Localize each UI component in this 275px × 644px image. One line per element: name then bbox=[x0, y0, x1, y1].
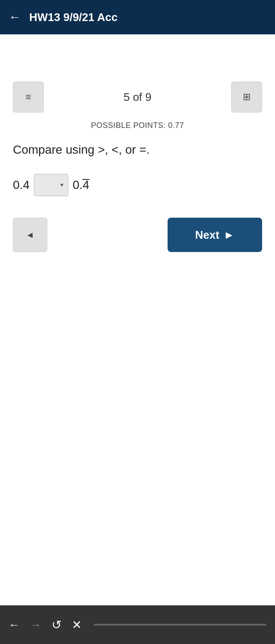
url-bar bbox=[94, 624, 266, 626]
calculator-button[interactable]: ⊞ bbox=[231, 82, 262, 112]
browser-close-button[interactable]: ✕ bbox=[72, 618, 82, 632]
right-value-overline: 4 bbox=[82, 178, 89, 192]
back-button[interactable]: ← bbox=[9, 10, 21, 24]
browser-back-button[interactable]: ← bbox=[9, 618, 20, 632]
menu-icon: ≡ bbox=[26, 91, 31, 103]
nav-row: ◄ Next ► bbox=[13, 218, 262, 252]
calculator-icon: ⊞ bbox=[243, 91, 251, 103]
page-title: HW13 9/9/21 Acc bbox=[29, 11, 118, 24]
dropdown-arrow-icon: ▼ bbox=[59, 182, 64, 188]
next-button[interactable]: Next ► bbox=[168, 218, 262, 252]
question-instruction: Compare using >, <, or =. bbox=[13, 143, 262, 157]
left-value: 0.4 bbox=[13, 178, 30, 192]
browser-forward-button[interactable]: → bbox=[30, 618, 41, 632]
progress-label: 5 of 9 bbox=[123, 91, 151, 104]
right-value: 0.4 bbox=[73, 178, 89, 192]
top-bar: ← HW13 9/9/21 Acc bbox=[0, 0, 275, 34]
next-icon: ► bbox=[223, 228, 235, 242]
browser-reload-button[interactable]: ↺ bbox=[52, 618, 61, 632]
menu-button[interactable]: ≡ bbox=[13, 82, 44, 112]
bottom-bar: ← → ↺ ✕ bbox=[0, 605, 275, 644]
prev-icon: ◄ bbox=[26, 230, 34, 240]
right-value-prefix: 0. bbox=[73, 178, 82, 192]
prev-button[interactable]: ◄ bbox=[13, 218, 47, 252]
main-content: ≡ 5 of 9 ⊞ POSSIBLE POINTS: 0.77 Compare… bbox=[0, 34, 275, 605]
next-label: Next bbox=[195, 228, 219, 242]
possible-points: POSSIBLE POINTS: 0.77 bbox=[13, 121, 262, 130]
toolbar-row: ≡ 5 of 9 ⊞ bbox=[13, 82, 262, 112]
comparison-dropdown[interactable]: ▼ bbox=[34, 174, 68, 196]
comparison-row: 0.4 ▼ 0.4 bbox=[13, 174, 262, 196]
